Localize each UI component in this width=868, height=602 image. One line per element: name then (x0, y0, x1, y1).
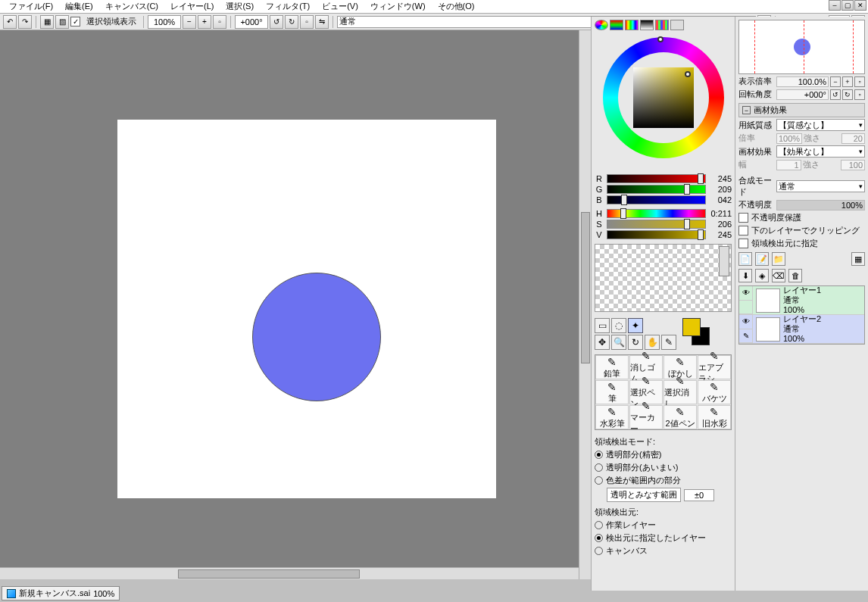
menu-file[interactable]: ファイル(F) (3, 1, 59, 12)
brush-11[interactable]: ✎旧水彩 (698, 405, 731, 429)
color-wheel[interactable] (595, 33, 732, 170)
brush-4[interactable]: ✎筆 (595, 380, 629, 404)
brush-8[interactable]: ✎水彩筆 (595, 405, 629, 429)
rotate-ccw-button[interactable]: ↺ (270, 15, 283, 29)
new-layer-button[interactable]: 📄 (738, 252, 752, 266)
layer2-visibility-icon[interactable]: 👁 (739, 315, 752, 329)
lasso-tool[interactable]: ◌ (611, 318, 626, 333)
color-scratch-tab[interactable] (670, 20, 684, 30)
nav-rot-cw[interactable]: ↻ (842, 89, 853, 100)
zoom-in-button[interactable]: + (198, 15, 211, 29)
b-slider[interactable] (607, 195, 706, 204)
detect-mode2-radio[interactable] (595, 463, 603, 472)
color-swatch-tab[interactable] (655, 20, 669, 30)
zoom-tool[interactable]: 🔍 (611, 335, 626, 350)
nav-rot-ccw[interactable]: ↺ (830, 89, 841, 100)
nav-zoom-in[interactable]: + (842, 76, 853, 87)
delete-layer-button[interactable]: 🗑 (788, 269, 802, 282)
eyedropper-tool[interactable]: ✎ (661, 335, 676, 350)
brush-3[interactable]: ✎エアブラシ (698, 355, 731, 379)
layer2-edit-icon[interactable]: ✎ (739, 329, 752, 344)
nav-zoom-reset[interactable]: ▫ (854, 76, 865, 87)
redo-button[interactable]: ↷ (18, 15, 32, 29)
brush-9[interactable]: ✎マーカー (629, 405, 663, 429)
color-swatches[interactable] (682, 318, 710, 345)
color-rgb-tab[interactable] (610, 20, 623, 30)
maximize-button[interactable]: ▢ (841, 0, 854, 11)
detect-source-checkbox[interactable] (738, 239, 748, 248)
menu-select[interactable]: 選択(S) (220, 1, 260, 12)
layer-opacity-slider[interactable]: 100% (776, 200, 865, 211)
detect-src1-radio[interactable] (595, 521, 603, 529)
layer-item-2[interactable]: 👁✎ レイヤー2通常100% (739, 315, 864, 344)
undo-button[interactable]: ↶ (3, 15, 17, 29)
new-folder-button[interactable]: 📁 (772, 252, 785, 266)
r-slider[interactable] (607, 174, 706, 183)
zoom-input[interactable] (148, 15, 181, 29)
layer1-visibility-icon[interactable]: 👁 (739, 286, 752, 301)
sv-picker[interactable] (633, 67, 694, 128)
hue-marker[interactable] (657, 36, 663, 42)
v-slider[interactable] (607, 230, 706, 239)
rotate-tool[interactable]: ↻ (628, 335, 643, 350)
layer-blend-dropdown[interactable]: 通常 (776, 180, 865, 192)
nav-rot-reset[interactable]: ▫ (854, 89, 865, 100)
menu-canvas[interactable]: キャンバス(C) (99, 1, 164, 12)
close-button[interactable]: ✕ (854, 0, 866, 11)
clipping-checkbox[interactable] (738, 226, 748, 235)
hand-tool[interactable]: ✋ (645, 335, 660, 350)
flip-button[interactable]: ⇋ (315, 15, 329, 29)
zoom-reset-button[interactable]: ▫ (213, 15, 226, 29)
invert-sel-button[interactable]: ▨ (55, 15, 69, 29)
layer1-lock-icon[interactable] (739, 301, 752, 315)
paper-texture-dropdown[interactable]: 【質感なし】 (776, 119, 865, 131)
selection-display-checkbox[interactable] (70, 17, 80, 27)
swatch-palette[interactable] (595, 244, 732, 312)
brush-10[interactable]: ✎2値ペン (663, 405, 697, 429)
g-slider[interactable] (607, 185, 706, 194)
layer-mask-button[interactable]: ▦ (851, 252, 865, 266)
vertical-scrollbar[interactable] (579, 30, 591, 579)
detect-src3-radio[interactable] (595, 547, 603, 555)
angle-input[interactable] (235, 15, 268, 29)
opacity-protect-checkbox[interactable] (738, 213, 748, 223)
s-slider[interactable] (607, 220, 706, 229)
rotate-cw-button[interactable]: ↻ (285, 15, 298, 29)
color-hsv-tab[interactable] (625, 20, 639, 30)
sv-marker[interactable] (685, 71, 691, 77)
menu-filter[interactable]: フィルタ(T) (260, 1, 316, 12)
detect-mode1-radio[interactable] (595, 451, 603, 459)
document-tab[interactable]: 新規キャンバス.sai 100% (2, 586, 120, 600)
fg-color[interactable] (682, 318, 701, 336)
brush-7[interactable]: ✎バケツ (698, 380, 731, 404)
rotate-reset-button[interactable]: ▫ (300, 15, 314, 29)
horizontal-scrollbar[interactable] (0, 567, 579, 579)
minimize-button[interactable]: – (829, 0, 841, 11)
detect-src2-radio[interactable] (595, 534, 603, 542)
detect-range-value[interactable]: ±0 (684, 489, 714, 501)
nav-zoom-out[interactable]: − (830, 76, 841, 87)
new-linework-button[interactable]: 📝 (755, 252, 769, 266)
material-effect-dropdown[interactable]: 【効果なし】 (776, 145, 865, 158)
merge-down-button[interactable]: ◈ (755, 269, 769, 282)
menu-layer[interactable]: レイヤー(L) (164, 1, 220, 12)
menu-window[interactable]: ウィンドウ(W) (364, 1, 432, 12)
zoom-out-button[interactable]: − (183, 15, 196, 29)
detect-mode3-radio[interactable] (595, 476, 603, 485)
brush-6[interactable]: ✎選択消し (663, 380, 697, 404)
menu-view[interactable]: ビュー(V) (316, 1, 364, 12)
color-gray-tab[interactable] (640, 20, 654, 30)
h-slider[interactable] (607, 209, 706, 218)
color-wheel-tab[interactable] (595, 20, 608, 30)
brush-0[interactable]: ✎鉛筆 (595, 355, 629, 379)
navigator[interactable] (738, 20, 865, 74)
clear-layer-button[interactable]: ⌫ (772, 269, 785, 282)
rect-select-tool[interactable]: ▭ (595, 318, 610, 333)
effects-header[interactable]: −画材効果 (738, 103, 865, 117)
layer-item-1[interactable]: 👁 レイヤー1通常100% (739, 286, 864, 315)
deselect-button[interactable]: ▦ (40, 15, 54, 29)
magic-wand-tool[interactable]: ✦ (628, 318, 643, 333)
menu-edit[interactable]: 編集(E) (59, 1, 99, 12)
menu-other[interactable]: その他(O) (432, 1, 481, 12)
canvas[interactable] (117, 120, 496, 498)
